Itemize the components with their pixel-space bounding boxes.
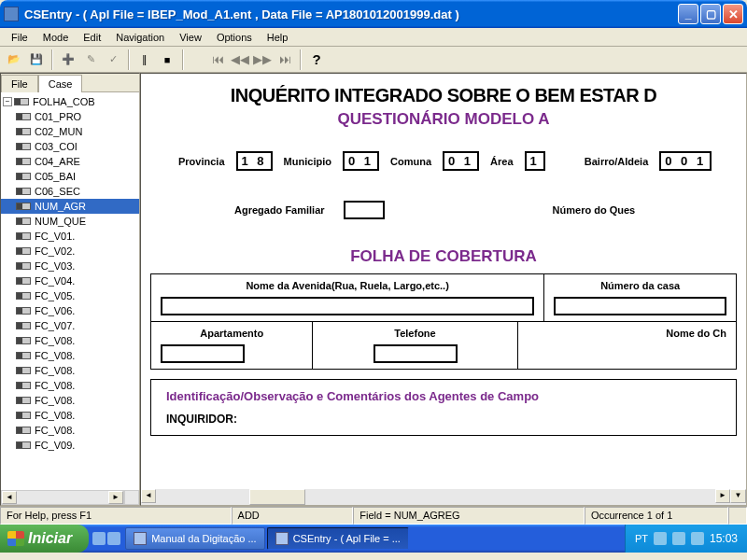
field-municipio[interactable]: 0 1 [343, 151, 379, 171]
input-avenida[interactable] [161, 297, 534, 315]
menu-file[interactable]: File [4, 30, 35, 45]
tray-icon-1[interactable] [654, 532, 667, 545]
tree-item[interactable]: FC_V08. [1, 408, 139, 423]
tree-item[interactable]: FC_V08. [1, 348, 139, 363]
nav-next-icon[interactable]: ▶▶ [252, 49, 273, 70]
taskbar-item-csentry[interactable]: CSEntry - ( Apl File = ... [267, 527, 409, 550]
tree-root[interactable]: −FOLHA_COB [1, 94, 139, 109]
quick-launch [92, 532, 120, 545]
field-area[interactable]: 1 [525, 151, 545, 171]
field-provincia[interactable]: 1 8 [236, 151, 273, 171]
menu-options[interactable]: Options [209, 30, 260, 45]
nav-prev-icon[interactable]: ◀◀ [230, 49, 250, 70]
tree-item[interactable]: FC_V01. [1, 229, 139, 244]
system-tray: PT 15:03 [625, 525, 747, 553]
taskbar-item-manual[interactable]: Manual da Digitação ... [125, 527, 265, 550]
input-numcasa[interactable] [554, 297, 726, 315]
menu-help[interactable]: Help [260, 30, 296, 45]
tree-item[interactable]: FC_V05. [1, 288, 139, 303]
label-apto: Apartamento [161, 328, 303, 339]
tree-item[interactable]: C03_COI [1, 139, 139, 154]
tool-open-icon[interactable]: 📂 [4, 49, 24, 70]
toolbar: 📂 💾 ➕ ✎ ✓ ‖ ■ ⏮ ◀◀ ▶▶ ⏭ ? [0, 47, 747, 73]
tool-edit-icon[interactable]: ✎ [80, 49, 101, 70]
maximize-button[interactable]: ▢ [700, 4, 721, 24]
ql-icon-2[interactable] [107, 532, 120, 545]
field-comuna[interactable]: 0 1 [443, 151, 479, 171]
tree-item[interactable]: FC_V08. [1, 378, 139, 393]
minimize-button[interactable]: _ [678, 4, 698, 24]
tree-item[interactable]: FC_V08. [1, 333, 139, 348]
tray-icon-2[interactable] [672, 532, 685, 545]
input-apto[interactable] [161, 344, 245, 363]
label-numques: Número do Ques [553, 204, 636, 216]
tree-hscroll[interactable]: ◄► [1, 490, 124, 505]
tree-item[interactable]: NUM_AGR [1, 199, 139, 214]
tree-item[interactable]: FC_V02. [1, 244, 139, 259]
menu-bar: File Mode Edit Navigation View Options H… [0, 28, 747, 47]
tool-save-icon[interactable]: 💾 [26, 49, 47, 70]
menu-view[interactable]: View [172, 30, 209, 45]
help-icon[interactable]: ? [306, 49, 327, 70]
label-municipio: Municipio [284, 156, 331, 167]
menu-edit[interactable]: Edit [76, 30, 108, 45]
menu-mode[interactable]: Mode [35, 30, 77, 45]
tool-pause-icon[interactable]: ‖ [134, 49, 155, 70]
app-icon [4, 7, 19, 21]
status-grip [728, 507, 747, 525]
start-button[interactable]: Iniciar [0, 525, 89, 553]
tree-item[interactable]: C01_PRO [1, 109, 139, 124]
tree-vscroll-corner [124, 490, 139, 505]
label-nomech: Nome do Ch [528, 328, 726, 339]
tree-item[interactable]: C02_MUN [1, 124, 139, 139]
clock[interactable]: 15:03 [710, 532, 738, 545]
taskbar-item-label: CSEntry - ( Apl File = ... [293, 533, 401, 544]
status-bar: For Help, press F1 ADD Field = NUM_AGREG… [0, 506, 747, 525]
nav-last-icon[interactable]: ⏭ [275, 49, 295, 70]
nav-first-icon[interactable]: ⏮ [207, 49, 228, 70]
tree-item[interactable]: FC_V04. [1, 273, 139, 288]
label-inquiridor: INQUIRIDOR: [166, 413, 721, 426]
tree-tab-file[interactable]: File [1, 75, 38, 92]
tree-item[interactable]: FC_V09. [1, 438, 139, 453]
form-panel: INQUÉRITO INTEGRADO SOBRE O BEM ESTAR D … [140, 73, 747, 506]
language-indicator[interactable]: PT [635, 533, 648, 544]
tree-item[interactable]: C05_BAI [1, 169, 139, 184]
tree-tab-case[interactable]: Case [38, 75, 83, 92]
tool-check-icon[interactable]: ✓ [103, 49, 123, 70]
label-avenida: Nome da Avenida(Rua, Ruela, Largo,etc..) [161, 280, 534, 291]
status-help: For Help, press F1 [0, 507, 232, 525]
start-label: Iniciar [28, 530, 72, 547]
field-agregado[interactable] [344, 201, 385, 219]
tree-item[interactable]: FC_V08. [1, 393, 139, 408]
ql-icon-1[interactable] [92, 532, 106, 545]
tool-stop-icon[interactable]: ■ [157, 49, 177, 70]
status-mode: ADD [232, 507, 354, 525]
label-area: Área [490, 156, 513, 167]
tree-item[interactable]: FC_V07. [1, 318, 139, 333]
tree-item[interactable]: FC_V03. [1, 259, 139, 273]
tray-icon-3[interactable] [691, 532, 704, 545]
csentry-icon [275, 532, 289, 545]
field-bairro[interactable]: 0 0 1 [659, 151, 712, 171]
form-subtitle: QUESTIONÁRIO MODELO A [150, 110, 737, 129]
label-tel: Telefone [322, 328, 507, 339]
close-button[interactable]: ✕ [723, 4, 743, 24]
tree-item[interactable]: FC_V08. [1, 363, 139, 378]
tree-item[interactable]: NUM_QUE [1, 214, 139, 229]
tool-add-icon[interactable]: ➕ [58, 49, 78, 70]
label-numcasa: Número da casa [554, 280, 726, 291]
tree-item[interactable]: FC_V08. [1, 423, 139, 438]
menu-navigation[interactable]: Navigation [108, 30, 172, 45]
label-bairro: Bairro/Aldeia [585, 156, 648, 167]
status-occurrence: Occurrence 1 of 1 [585, 507, 728, 525]
taskbar: Iniciar Manual da Digitação ... CSEntry … [0, 525, 747, 553]
tree-panel: File Case −FOLHA_COBC01_PROC02_MUNC03_CO… [0, 73, 140, 506]
tree-item[interactable]: C04_ARE [1, 154, 139, 169]
tree-item[interactable]: C06_SEC [1, 184, 139, 199]
input-tel[interactable] [374, 344, 458, 363]
taskbar-item-label: Manual da Digitação ... [151, 533, 257, 544]
tree-item[interactable]: FC_V06. [1, 303, 139, 318]
form-hscroll[interactable]: ◄ ► ▼ [141, 489, 746, 505]
label-agregado: Agregado Familiar [234, 204, 325, 216]
